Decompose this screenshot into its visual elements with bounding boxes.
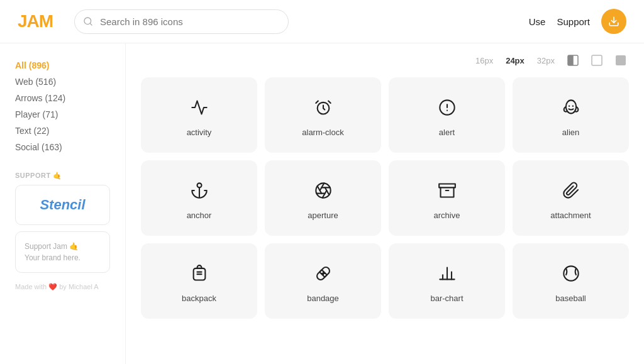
- icon-label-attachment: attachment: [550, 211, 591, 220]
- sidebar-item-4[interactable]: Text (22): [15, 124, 110, 138]
- search-icon: [83, 16, 93, 26]
- alert-icon: [438, 99, 456, 119]
- icon-label-alert: alert: [439, 128, 455, 137]
- svg-line-1: [90, 23, 92, 25]
- stencil-card[interactable]: Stencil: [15, 185, 110, 225]
- svg-rect-6: [592, 55, 602, 65]
- size-24px-button[interactable]: 24px: [503, 55, 527, 67]
- svg-rect-26: [439, 184, 455, 187]
- sidebar-item-1[interactable]: Web (516): [15, 75, 110, 89]
- activity-icon: [191, 99, 208, 119]
- icon-grid: activity alarm-clock alert alien anchor …: [141, 77, 629, 319]
- icon-label-archive: archive: [434, 211, 460, 220]
- stencil-logo: Stencil: [25, 197, 101, 213]
- nav-support-link[interactable]: Support: [557, 16, 590, 27]
- attachment-icon: [562, 182, 580, 202]
- nav-use-link[interactable]: Use: [529, 16, 546, 27]
- view-grid-icon: [591, 55, 602, 66]
- view-list-icon-button[interactable]: [613, 53, 629, 67]
- icon-label-alarm-clock: alarm-clock: [302, 128, 343, 137]
- icon-label-anchor: anchor: [187, 211, 212, 220]
- icon-label-bar-chart: bar-chart: [430, 294, 463, 303]
- archive-icon: [438, 182, 456, 202]
- sidebar-footer: Made with ❤️ by Michael A: [15, 283, 110, 291]
- support-brand-card[interactable]: Support Jam 🤙 Your brand here.: [15, 231, 110, 273]
- svg-point-16: [572, 105, 573, 106]
- icon-card-bandage[interactable]: bandage: [265, 243, 381, 319]
- sidebar: All (896)Web (516)Arrows (124)Player (71…: [0, 43, 126, 364]
- svg-rect-7: [616, 55, 626, 65]
- svg-rect-5: [568, 55, 573, 65]
- svg-line-9: [316, 101, 318, 103]
- svg-line-10: [328, 101, 331, 103]
- icon-card-alarm-clock[interactable]: alarm-clock: [265, 77, 381, 153]
- header: JAM Use Support: [0, 0, 644, 43]
- baseball-icon: [562, 265, 580, 285]
- backpack-icon: [191, 265, 208, 285]
- icon-card-attachment[interactable]: attachment: [513, 160, 629, 236]
- size-controls: 16px 24px 32px: [141, 53, 629, 67]
- sidebar-item-5[interactable]: Social (163): [15, 140, 110, 154]
- anchor-icon: [191, 182, 208, 202]
- main-content: 16px 24px 32px: [126, 43, 644, 364]
- icon-card-anchor[interactable]: anchor: [141, 160, 257, 236]
- icon-label-backpack: backpack: [182, 294, 216, 303]
- icon-card-archive[interactable]: archive: [389, 160, 505, 236]
- icon-card-backpack[interactable]: backpack: [141, 243, 257, 319]
- icon-label-alien: alien: [562, 128, 579, 137]
- svg-point-15: [568, 105, 569, 106]
- header-nav: Use Support: [529, 9, 626, 34]
- sidebar-item-0[interactable]: All (896): [15, 58, 110, 72]
- download-icon: [608, 16, 619, 27]
- search-input[interactable]: [74, 9, 289, 34]
- icon-label-bandage: bandage: [307, 294, 339, 303]
- icon-card-baseball[interactable]: baseball: [513, 243, 629, 319]
- layout: All (896)Web (516)Arrows (124)Player (71…: [0, 43, 644, 364]
- icon-card-aperture[interactable]: aperture: [265, 160, 381, 236]
- alien-icon: [562, 99, 580, 119]
- icon-card-alert[interactable]: alert: [389, 77, 505, 153]
- size-32px-button[interactable]: 32px: [535, 55, 557, 67]
- download-button[interactable]: [601, 9, 626, 34]
- sidebar-item-3[interactable]: Player (71): [15, 108, 110, 121]
- view-half-icon-button[interactable]: [565, 53, 581, 67]
- icon-label-aperture: aperture: [308, 211, 338, 220]
- aperture-icon: [314, 182, 332, 202]
- icon-card-bar-chart[interactable]: bar-chart: [389, 243, 505, 319]
- icon-label-baseball: baseball: [555, 294, 586, 303]
- support-label: SUPPORT 🤙: [15, 172, 110, 180]
- bandage-icon: [314, 265, 332, 285]
- sidebar-nav: All (896)Web (516)Arrows (124)Player (71…: [15, 58, 110, 154]
- view-grid-icon-button[interactable]: [589, 53, 605, 67]
- icon-label-activity: activity: [187, 128, 212, 137]
- size-16px-button[interactable]: 16px: [473, 55, 496, 67]
- logo: JAM: [18, 11, 62, 31]
- sidebar-item-2[interactable]: Arrows (124): [15, 91, 110, 105]
- view-half-icon: [567, 55, 579, 66]
- icon-card-alien[interactable]: alien: [513, 77, 629, 153]
- support-brand-text: Support Jam 🤙 Your brand here.: [25, 241, 101, 263]
- search-wrapper: [74, 9, 289, 34]
- view-list-icon: [615, 55, 626, 66]
- icon-card-activity[interactable]: activity: [141, 77, 257, 153]
- bar-chart-icon: [438, 265, 456, 285]
- alarm-clock-icon: [314, 99, 332, 119]
